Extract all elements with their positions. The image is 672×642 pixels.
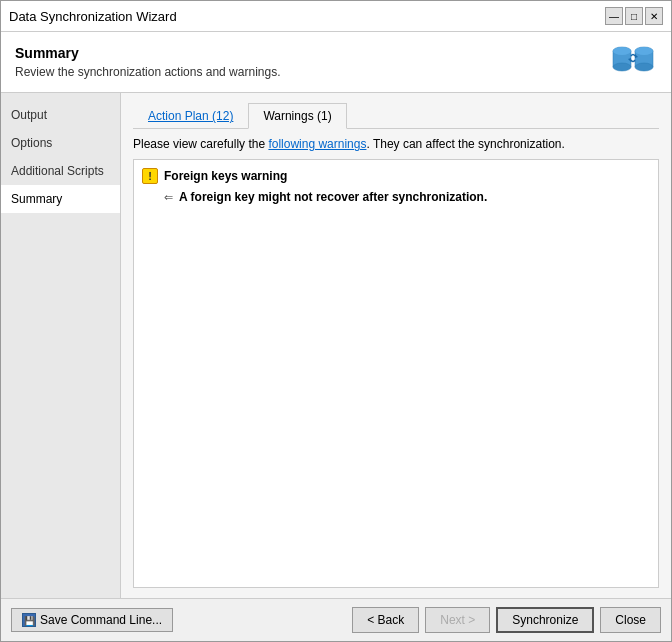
warning-link[interactable]: following warnings bbox=[268, 137, 366, 151]
close-button[interactable]: ✕ bbox=[645, 7, 663, 25]
sidebar-item-summary[interactable]: Summary bbox=[1, 185, 120, 213]
sidebar: Output Options Additional Scripts Summar… bbox=[1, 93, 121, 598]
tab-warnings[interactable]: Warnings (1) bbox=[248, 103, 346, 129]
warning-triangle-icon: ! bbox=[142, 168, 158, 184]
sidebar-item-output[interactable]: Output bbox=[1, 101, 120, 129]
warning-detail: ⇐ A foreign key might not recover after … bbox=[142, 190, 650, 204]
sidebar-item-additional-scripts[interactable]: Additional Scripts bbox=[1, 157, 120, 185]
header: Summary Review the synchronization actio… bbox=[1, 32, 671, 93]
warning-info-text: Please view carefully the following warn… bbox=[133, 137, 659, 151]
warning-title: Foreign keys warning bbox=[164, 169, 287, 183]
svg-point-6 bbox=[635, 63, 653, 71]
sidebar-item-options[interactable]: Options bbox=[1, 129, 120, 157]
main-panel: Action Plan (12) Warnings (1) Please vie… bbox=[121, 93, 671, 598]
content-area: Output Options Additional Scripts Summar… bbox=[1, 93, 671, 598]
maximize-button[interactable]: □ bbox=[625, 7, 643, 25]
footer: 💾 Save Command Line... < Back Next > Syn… bbox=[1, 598, 671, 641]
footer-left: 💾 Save Command Line... bbox=[11, 608, 173, 632]
close-button-footer[interactable]: Close bbox=[600, 607, 661, 633]
tab-action-plan[interactable]: Action Plan (12) bbox=[133, 103, 248, 129]
save-disk-icon: 💾 bbox=[22, 613, 36, 627]
header-title: Summary bbox=[15, 45, 280, 61]
main-window: Data Synchronization Wizard — □ ✕ Summar… bbox=[0, 0, 672, 642]
footer-right: < Back Next > Synchronize Close bbox=[352, 607, 661, 633]
window-controls: — □ ✕ bbox=[605, 7, 663, 25]
minimize-button[interactable]: — bbox=[605, 7, 623, 25]
header-description: Review the synchronization actions and w… bbox=[15, 65, 280, 79]
save-command-line-button[interactable]: 💾 Save Command Line... bbox=[11, 608, 173, 632]
back-button[interactable]: < Back bbox=[352, 607, 419, 633]
tab-bar: Action Plan (12) Warnings (1) bbox=[133, 103, 659, 129]
foreign-key-icon: ⇐ bbox=[164, 191, 173, 204]
svg-point-3 bbox=[613, 47, 631, 55]
warning-detail-text: A foreign key might not recover after sy… bbox=[179, 190, 487, 204]
warning-header: ! Foreign keys warning bbox=[142, 168, 650, 184]
synchronize-button[interactable]: Synchronize bbox=[496, 607, 594, 633]
title-bar: Data Synchronization Wizard — □ ✕ bbox=[1, 1, 671, 32]
header-text: Summary Review the synchronization actio… bbox=[15, 45, 280, 79]
svg-point-2 bbox=[613, 63, 631, 71]
window-title: Data Synchronization Wizard bbox=[9, 9, 177, 24]
warning-content-box: ! Foreign keys warning ⇐ A foreign key m… bbox=[133, 159, 659, 588]
next-button[interactable]: Next > bbox=[425, 607, 490, 633]
database-icon bbox=[609, 42, 657, 82]
svg-point-7 bbox=[635, 47, 653, 55]
